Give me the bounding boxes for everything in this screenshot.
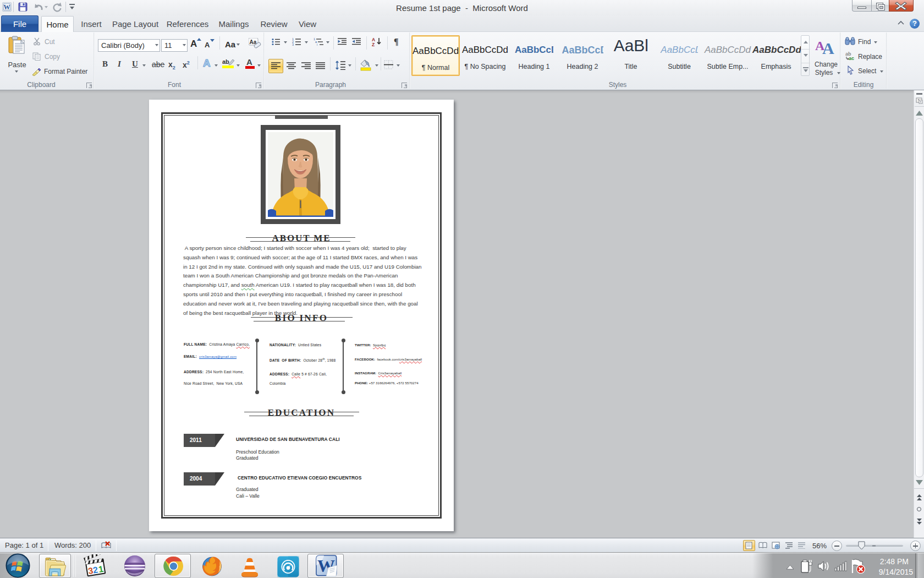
svg-text:i: i [317, 43, 317, 46]
svg-text:3: 3 [292, 43, 294, 46]
svg-text:ab: ab [222, 58, 229, 65]
svg-text:ac: ac [849, 56, 854, 61]
svg-text:W: W [4, 3, 10, 11]
svg-text:A: A [822, 39, 834, 56]
svg-text:Z: Z [372, 42, 375, 47]
svg-text:Aa: Aa [250, 39, 257, 45]
